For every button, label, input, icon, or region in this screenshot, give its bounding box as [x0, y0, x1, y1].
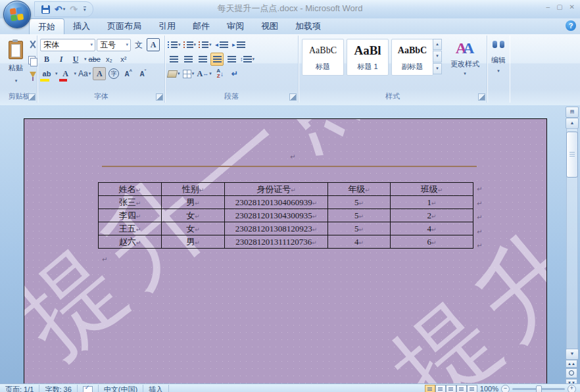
- document-page[interactable]: 提升一点点 提升一点点 ↵ 姓名↵性别↵身份证号↵年级↵班级↵张三↵男↵2302…: [24, 118, 547, 385]
- character-shading-button[interactable]: A: [93, 67, 106, 80]
- shading-button[interactable]: ▾: [167, 67, 181, 80]
- gallery-more-icon[interactable]: ▼: [433, 63, 442, 74]
- table-cell[interactable]: 230281201311120736↵: [225, 235, 328, 249]
- distribute-button[interactable]: [225, 53, 238, 66]
- phonetic-guide-button[interactable]: 文: [132, 38, 145, 51]
- font-color-dropdown-icon[interactable]: ▾: [74, 71, 77, 76]
- table-cell[interactable]: 李四↵: [99, 209, 162, 222]
- font-name-combo[interactable]: 宋体▾: [40, 39, 95, 51]
- justify-button[interactable]: [210, 53, 224, 66]
- undo-button[interactable]: ↶▾: [53, 3, 66, 15]
- highlight-dropdown-icon[interactable]: ▾: [55, 71, 58, 76]
- zoom-out-button[interactable]: −: [501, 385, 510, 392]
- style-card-标题 1[interactable]: AaBl标题 1: [347, 39, 389, 76]
- font-size-dropdown-icon[interactable]: ▾: [124, 42, 130, 47]
- zoom-in-button[interactable]: +: [568, 385, 576, 392]
- word-count[interactable]: 字数: 36: [39, 384, 76, 392]
- font-dialog-launcher[interactable]: [156, 93, 163, 101]
- gallery-down-icon[interactable]: ▼: [433, 51, 442, 62]
- strikethrough-button[interactable]: abe: [88, 53, 101, 66]
- scrollbar-thumb[interactable]: [566, 132, 578, 178]
- table-cell[interactable]: 班级↵: [391, 183, 473, 196]
- editing-group[interactable]: 编辑 ▾: [487, 36, 510, 103]
- styles-dialog-launcher[interactable]: [478, 93, 485, 101]
- italic-button[interactable]: I: [55, 53, 68, 66]
- change-case-button[interactable]: Aa▾: [78, 67, 91, 80]
- zoom-slider-track[interactable]: [512, 388, 565, 390]
- borders-button[interactable]: ▾: [182, 67, 195, 80]
- language-status[interactable]: 中文(中国): [99, 384, 143, 392]
- tab-审阅[interactable]: 审阅: [218, 18, 253, 34]
- undo-dropdown-icon[interactable]: ▾: [63, 7, 66, 12]
- minimize-button[interactable]: –: [546, 3, 550, 11]
- underline-dropdown-icon[interactable]: ▾: [84, 57, 87, 62]
- print-layout-view-button[interactable]: [425, 385, 435, 392]
- tab-邮件[interactable]: 邮件: [184, 18, 218, 34]
- enclose-character-button[interactable]: 字: [107, 67, 120, 80]
- underline-button[interactable]: U: [69, 53, 82, 66]
- paste-dropdown-icon[interactable]: ▾: [15, 78, 18, 83]
- previous-page-button[interactable]: ▲▲: [566, 360, 577, 368]
- table-cell[interactable]: 5↵: [328, 222, 391, 235]
- table-cell[interactable]: 男↵: [162, 196, 225, 209]
- numbering-button[interactable]: ▾: [183, 38, 197, 51]
- table-cell[interactable]: 女↵: [162, 209, 225, 222]
- help-button[interactable]: ?: [566, 20, 576, 31]
- asian-layout-button[interactable]: A↔▾: [197, 67, 212, 80]
- change-styles-button[interactable]: AA 更改样式 ▾: [446, 38, 484, 89]
- gallery-up-icon[interactable]: ▲: [433, 39, 442, 50]
- align-left-button[interactable]: [167, 53, 180, 66]
- fullscreen-reading-view-button[interactable]: [435, 385, 446, 392]
- line-spacing-button[interactable]: ↕▾: [239, 53, 255, 66]
- tab-插入[interactable]: 插入: [64, 18, 99, 34]
- bullets-button[interactable]: ▾: [167, 38, 181, 51]
- maximize-button[interactable]: ▢: [556, 3, 562, 11]
- table-cell[interactable]: 6↵: [391, 235, 473, 249]
- style-card-副标题[interactable]: AaBbC副标题: [391, 39, 433, 76]
- multilevel-list-button[interactable]: ▾: [198, 38, 212, 51]
- spell-check-status[interactable]: [78, 384, 98, 392]
- table-cell[interactable]: 王五↵: [99, 222, 162, 235]
- tab-加载项[interactable]: 加载项: [287, 18, 329, 34]
- table-cell[interactable]: 5↵: [328, 209, 391, 222]
- show-marks-button[interactable]: ↵: [228, 67, 241, 80]
- table-cell[interactable]: 张三↵: [99, 196, 162, 209]
- zoom-level[interactable]: 100%: [480, 384, 498, 392]
- table-cell[interactable]: 姓名↵: [99, 183, 162, 196]
- style-card-标题[interactable]: AaBbC标题: [302, 39, 344, 76]
- table-cell[interactable]: 男↵: [162, 235, 225, 249]
- table-cell[interactable]: 女↵: [162, 222, 225, 235]
- tab-视图[interactable]: 视图: [253, 18, 287, 34]
- shrink-font-button[interactable]: Aˇ: [136, 67, 149, 80]
- paste-button[interactable]: 粘贴 ▾: [4, 38, 28, 88]
- web-layout-view-button[interactable]: [446, 385, 456, 392]
- page-count[interactable]: 页面: 1/1: [0, 384, 39, 392]
- select-browse-object-button[interactable]: [566, 368, 577, 378]
- redo-button[interactable]: ↷: [68, 3, 79, 15]
- table-cell[interactable]: 1↵: [391, 196, 473, 209]
- highlight-color-button[interactable]: ab: [40, 67, 53, 80]
- tab-开始[interactable]: 开始: [29, 18, 64, 34]
- table-cell[interactable]: 230281201304300935↵: [225, 209, 328, 222]
- save-button[interactable]: [40, 3, 51, 15]
- office-button[interactable]: [3, 1, 31, 28]
- scroll-down-icon[interactable]: ▼: [566, 349, 579, 360]
- subscript-button[interactable]: x₂: [103, 53, 116, 66]
- character-border-button[interactable]: A: [147, 38, 160, 51]
- table-cell[interactable]: 4↵: [391, 222, 473, 235]
- close-button[interactable]: ✕: [569, 3, 575, 11]
- table-cell[interactable]: 4↵: [328, 235, 391, 249]
- qat-customize-button[interactable]: ▾: [84, 7, 86, 12]
- font-color-button[interactable]: A: [59, 67, 72, 80]
- outline-view-button[interactable]: [456, 385, 467, 392]
- insert-mode-status[interactable]: 插入: [143, 384, 168, 392]
- copy-icon[interactable]: [28, 55, 38, 66]
- grow-font-button[interactable]: A^: [122, 67, 135, 80]
- cut-icon[interactable]: [28, 39, 38, 50]
- draft-view-button[interactable]: [467, 385, 477, 392]
- tab-页面布局[interactable]: 页面布局: [99, 18, 150, 34]
- align-center-button[interactable]: [181, 53, 195, 66]
- tab-引用[interactable]: 引用: [150, 18, 184, 34]
- increase-indent-button[interactable]: ►: [230, 38, 246, 51]
- table-cell[interactable]: 身份证号↵: [225, 183, 328, 196]
